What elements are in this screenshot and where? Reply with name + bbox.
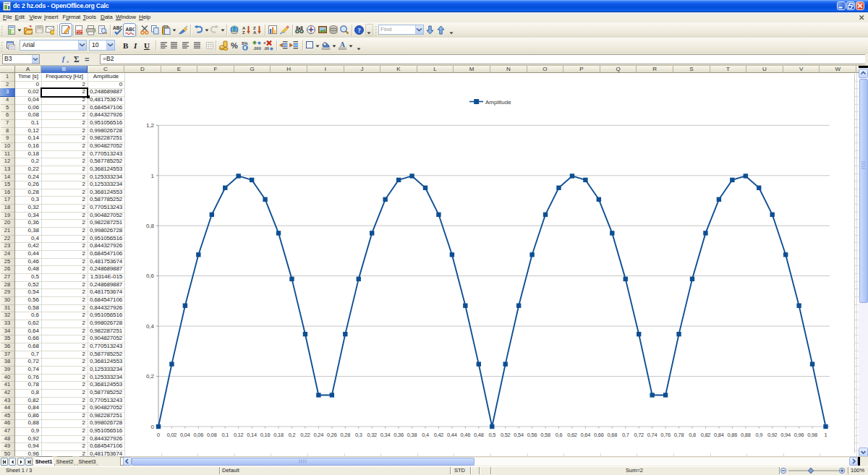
svg-text:0,64: 0,64 (581, 432, 591, 438)
svg-text:A: A (253, 30, 257, 35)
svg-text:0,2: 0,2 (146, 373, 155, 380)
svg-text:$%: $% (242, 41, 248, 46)
svg-text:0: 0 (151, 424, 155, 430)
svg-text:Z: Z (253, 26, 256, 30)
svg-text:0,94: 0,94 (780, 432, 791, 438)
svg-text:0,42: 0,42 (434, 432, 444, 438)
svg-text:0,7: 0,7 (622, 432, 629, 438)
svg-text:0,8: 0,8 (689, 432, 696, 438)
svg-text:0,34: 0,34 (380, 432, 391, 438)
svg-text:.00: .00 (264, 46, 270, 51)
svg-text:0,88: 0,88 (741, 432, 751, 438)
svg-text:=: = (85, 55, 89, 64)
svg-text:0,4: 0,4 (422, 432, 429, 438)
svg-text:0,3: 0,3 (355, 432, 362, 438)
svg-text:1: 1 (825, 432, 827, 438)
svg-text:A: A (340, 41, 345, 48)
svg-text:0,22: 0,22 (300, 432, 310, 438)
svg-text:A: A (242, 26, 246, 30)
svg-text:0,32: 0,32 (367, 432, 377, 438)
svg-text:0,36: 0,36 (393, 432, 404, 438)
svg-text:0,18: 0,18 (273, 432, 284, 438)
svg-text:f: f (62, 55, 66, 63)
svg-text:0,78: 0,78 (674, 432, 684, 438)
svg-text:Σ: Σ (74, 55, 80, 64)
svg-text:0,9: 0,9 (755, 432, 762, 438)
svg-text:0,96: 0,96 (794, 432, 804, 438)
svg-text:0,1: 0,1 (221, 432, 229, 438)
svg-text:0,46: 0,46 (461, 432, 471, 438)
svg-text:0,6: 0,6 (146, 273, 155, 279)
svg-text:0,48: 0,48 (474, 432, 484, 438)
svg-text:1: 1 (151, 173, 155, 179)
svg-text:.000: .000 (253, 46, 261, 51)
svg-text:0,44: 0,44 (447, 432, 457, 438)
svg-text:0,66: 0,66 (594, 432, 604, 438)
svg-text:0,6: 0,6 (556, 432, 563, 438)
svg-text:0,98: 0,98 (807, 432, 817, 438)
svg-text:0,02: 0,02 (167, 432, 177, 438)
svg-text:0,84: 0,84 (714, 432, 724, 438)
svg-text:0,16: 0,16 (260, 432, 271, 438)
svg-text:ABC: ABC (113, 25, 122, 30)
svg-text:0,72: 0,72 (634, 432, 644, 438)
svg-text:0,38: 0,38 (407, 432, 417, 438)
svg-text:0,14: 0,14 (247, 432, 257, 438)
svg-text:Z: Z (242, 30, 245, 35)
svg-text:0,2: 0,2 (289, 432, 296, 438)
svg-text:0,58: 0,58 (540, 432, 550, 438)
svg-text:0,74: 0,74 (647, 432, 658, 438)
svg-text:0,92: 0,92 (767, 432, 778, 438)
svg-text:1,2: 1,2 (146, 122, 155, 129)
svg-text:0,86: 0,86 (728, 432, 738, 438)
svg-text:0,62: 0,62 (567, 432, 577, 438)
svg-text:0,24: 0,24 (314, 432, 324, 438)
svg-text:0,8: 0,8 (146, 223, 155, 229)
svg-text:0,26: 0,26 (327, 432, 337, 438)
svg-text:0,82: 0,82 (701, 432, 711, 438)
svg-text:0,06: 0,06 (194, 432, 204, 438)
svg-text:0,5: 0,5 (488, 432, 495, 438)
svg-text:0,04: 0,04 (180, 432, 190, 438)
svg-text:Amplitude: Amplitude (485, 99, 511, 106)
svg-text:0,54: 0,54 (514, 432, 524, 438)
svg-text:PDF: PDF (76, 30, 82, 33)
svg-text:0,4: 0,4 (146, 323, 155, 330)
svg-text:0: 0 (157, 432, 160, 438)
svg-text:0,28: 0,28 (341, 432, 351, 438)
svg-text:ABC: ABC (126, 27, 135, 32)
svg-text:0,52: 0,52 (501, 432, 511, 438)
svg-text:0,56: 0,56 (527, 432, 537, 438)
svg-text:0,68: 0,68 (608, 432, 618, 438)
svg-text:0,12: 0,12 (234, 432, 244, 438)
svg-text:?: ? (357, 27, 360, 34)
svg-text:0,76: 0,76 (660, 432, 671, 438)
svg-text:x: x (66, 59, 69, 64)
svg-text:0,08: 0,08 (207, 432, 217, 438)
